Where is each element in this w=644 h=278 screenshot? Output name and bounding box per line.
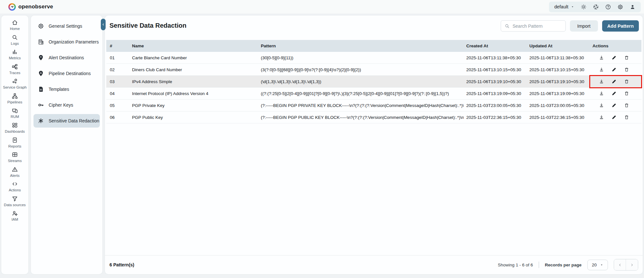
table-row[interactable]: 04 Internet Protocol (IP) Address Versio… xyxy=(106,88,641,100)
pager xyxy=(614,259,638,271)
table-row[interactable]: 03 IPv4 Address Simple (\d{1,3}\.\d{1,3}… xyxy=(106,76,641,88)
profile-icon[interactable] xyxy=(630,4,636,10)
delete-icon xyxy=(624,79,629,84)
edit-icon[interactable] xyxy=(611,115,617,120)
delete-icon[interactable] xyxy=(624,91,629,96)
name-cell: PGP Public Key xyxy=(129,111,258,123)
next-page-button[interactable] xyxy=(626,259,638,270)
row-number-cell: 02 xyxy=(106,64,129,76)
sidebar-item-pipelines[interactable]: Pipelines xyxy=(2,93,28,105)
download-icon xyxy=(599,55,604,60)
sidebar-item-actions[interactable]: Actions xyxy=(2,181,28,193)
sidebar-item-label: Alerts xyxy=(10,174,19,178)
download-icon[interactable] xyxy=(599,79,604,84)
download-icon[interactable] xyxy=(599,103,604,108)
edit-icon[interactable] xyxy=(611,67,617,72)
settings-item-cipher-keys[interactable]: Cipher Keys xyxy=(33,98,100,112)
import-button[interactable]: Import xyxy=(570,20,598,32)
delete-icon xyxy=(624,103,629,108)
pattern-cell: (3(?:0[0-5]|[68][0-9])[0-9]\s?(?:[0-9]{4… xyxy=(258,64,464,76)
updated-at-cell: 2025-11-06T13:10:15+05:30 xyxy=(527,64,590,76)
edit-icon[interactable] xyxy=(611,79,617,84)
delete-icon[interactable] xyxy=(624,115,629,120)
settings-item-alert-destinations[interactable]: Alert Destinations xyxy=(33,51,100,64)
sidebar-item-iam[interactable]: IAM xyxy=(2,210,28,222)
slack-icon xyxy=(593,4,599,10)
edit-icon[interactable] xyxy=(611,55,617,60)
sidebar-item-logs[interactable]: Logs xyxy=(2,34,28,46)
page-size-select[interactable]: 20 xyxy=(587,260,608,270)
table-row[interactable]: 06 PGP Public Key (?:-----BEGIN PGP PUBL… xyxy=(106,111,641,123)
app-logo[interactable]: openobserve xyxy=(8,3,53,11)
key-icon xyxy=(38,102,44,108)
column-header-pattern: Pattern xyxy=(258,40,464,52)
person-icon xyxy=(630,4,636,10)
sidebar-item-reports[interactable]: Reports xyxy=(2,137,28,149)
service-graph-icon xyxy=(12,78,18,84)
sidebar-item-alerts[interactable]: Alerts xyxy=(2,166,28,178)
actions-cell xyxy=(590,88,641,100)
download-icon[interactable] xyxy=(599,67,604,72)
edit-icon xyxy=(611,67,617,72)
download-icon[interactable] xyxy=(599,91,604,96)
delete-icon[interactable] xyxy=(624,79,629,84)
edit-icon[interactable] xyxy=(611,91,617,96)
sidebar-item-metrics[interactable]: Metrics xyxy=(2,49,28,61)
settings-item-pipeline-destinations[interactable]: Pipeline Destinations xyxy=(33,67,100,80)
download-icon[interactable] xyxy=(599,55,604,60)
sidebar-item-label: Pipelines xyxy=(7,100,23,105)
sidebar-item-label: Dashboards xyxy=(5,129,25,134)
app-shell: Home Logs Metrics Traces Service Graph P… xyxy=(0,14,644,276)
table-row[interactable]: 02 Diners Club Card Number (3(?:0[0-5]|[… xyxy=(106,64,641,76)
settings-item-label: Organization Parameters xyxy=(49,39,99,44)
building-icon xyxy=(38,39,44,45)
actions-cell xyxy=(590,111,641,123)
slack-icon[interactable] xyxy=(593,4,599,10)
dashboards-icon xyxy=(12,122,18,129)
settings-item-general-settings[interactable]: General Settings xyxy=(33,19,100,33)
settings-item-templates[interactable]: Templates xyxy=(33,82,100,96)
help-icon[interactable] xyxy=(605,4,611,10)
delete-icon xyxy=(624,115,629,120)
pattern-count-label: 6 Pattern(s) xyxy=(109,262,134,267)
patterns-table-wrap: # Name Pattern Created At Updated At Act… xyxy=(105,40,643,123)
prev-page-button[interactable] xyxy=(614,259,626,270)
download-icon xyxy=(599,79,604,84)
edit-icon[interactable] xyxy=(611,103,617,108)
table-row[interactable]: 05 PGP Private Key (?:-----BEGIN PGP PRI… xyxy=(106,100,641,111)
delete-icon[interactable] xyxy=(624,67,629,72)
sidebar-item-streams[interactable]: Streams xyxy=(2,151,28,163)
sidebar-item-service-graph[interactable]: Service Graph xyxy=(2,78,28,90)
data-sources-icon xyxy=(12,196,18,202)
pagination-controls: Showing 1 - 6 of 6 Records per page 20 xyxy=(498,259,638,271)
settings-item-sensitive-data-redaction[interactable]: Sensitive Data Redaction xyxy=(33,114,100,128)
add-pattern-button[interactable]: Add Pattern xyxy=(602,20,639,32)
sidebar-item-label: RUM xyxy=(11,115,19,119)
sidebar-item-home[interactable]: Home xyxy=(2,19,28,31)
actions-cell xyxy=(590,64,641,76)
download-icon xyxy=(599,67,604,72)
theme-toggle-icon[interactable] xyxy=(581,4,587,10)
org-selector[interactable]: default xyxy=(554,4,574,9)
delete-icon[interactable] xyxy=(624,103,629,108)
download-icon[interactable] xyxy=(599,115,604,120)
search-pattern-input[interactable] xyxy=(513,24,562,29)
delete-icon[interactable] xyxy=(624,55,629,60)
settings-item-organization-parameters[interactable]: Organization Parameters xyxy=(33,35,100,49)
sidebar-item-rum[interactable]: RUM xyxy=(2,107,28,119)
sidebar-item-dashboards[interactable]: Dashboards xyxy=(2,122,28,134)
iam-icon xyxy=(12,210,18,216)
edit-icon xyxy=(611,55,617,60)
openobserve-logo-icon xyxy=(8,3,16,11)
collapse-sidebar-button[interactable] xyxy=(101,19,106,30)
settings-icon[interactable] xyxy=(617,4,623,10)
created-at-cell: 2025-11-03T22:36:15+05:30 xyxy=(464,111,527,123)
table-row[interactable]: 01 Carte Blanche Card Number (30[0-5][0-… xyxy=(106,52,641,64)
name-cell: IPv4 Address Simple xyxy=(129,76,258,88)
sidebar-item-traces[interactable]: Traces xyxy=(2,63,28,75)
chevron-left-icon xyxy=(102,23,105,26)
table-header-row: # Name Pattern Created At Updated At Act… xyxy=(106,40,641,52)
sidebar-item-data-sources[interactable]: Data sources xyxy=(2,196,28,207)
chevron-down-icon xyxy=(600,263,603,267)
edit-icon xyxy=(611,103,617,108)
